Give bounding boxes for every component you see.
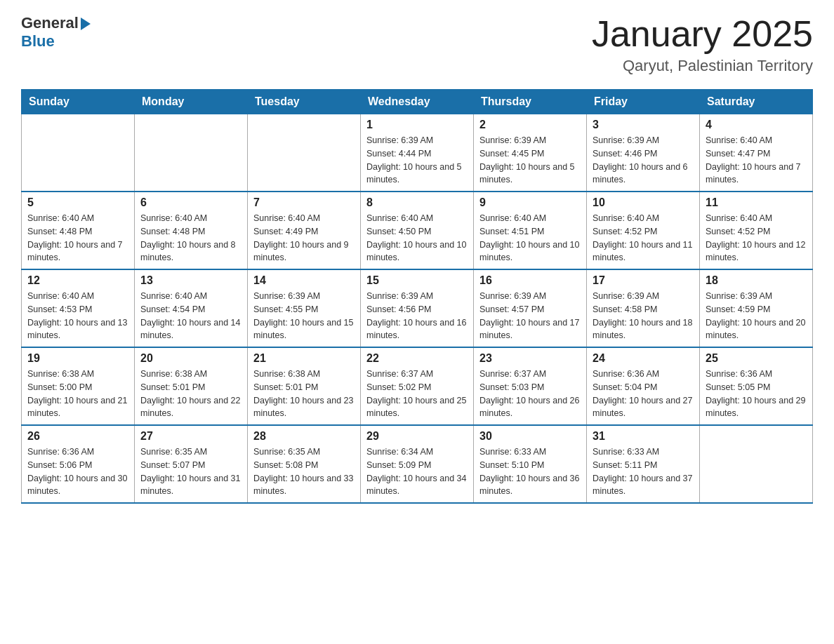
day-info: Sunrise: 6:39 AMSunset: 4:46 PMDaylight:… (593, 134, 694, 187)
calendar-week-2: 5Sunrise: 6:40 AMSunset: 4:48 PMDaylight… (22, 192, 813, 269)
day-of-week-thursday: Thursday (474, 90, 587, 114)
calendar-cell: 17Sunrise: 6:39 AMSunset: 4:58 PMDayligh… (587, 269, 700, 347)
day-number: 9 (479, 196, 581, 209)
calendar-cell: 14Sunrise: 6:39 AMSunset: 4:55 PMDayligh… (248, 269, 361, 347)
day-of-week-friday: Friday (587, 90, 700, 114)
calendar-cell: 8Sunrise: 6:40 AMSunset: 4:50 PMDaylight… (361, 192, 474, 269)
day-number: 7 (253, 196, 355, 209)
day-info: Sunrise: 6:39 AMSunset: 4:56 PMDaylight:… (366, 290, 468, 342)
calendar-week-3: 12Sunrise: 6:40 AMSunset: 4:53 PMDayligh… (22, 269, 813, 347)
day-info: Sunrise: 6:40 AMSunset: 4:47 PMDaylight:… (706, 134, 807, 187)
day-number: 27 (140, 430, 241, 443)
day-info: Sunrise: 6:39 AMSunset: 4:58 PMDaylight:… (593, 290, 694, 342)
calendar-cell: 22Sunrise: 6:37 AMSunset: 5:02 PMDayligh… (361, 347, 474, 425)
day-info: Sunrise: 6:39 AMSunset: 4:44 PMDaylight:… (366, 134, 468, 187)
calendar-cell: 19Sunrise: 6:38 AMSunset: 5:00 PMDayligh… (22, 347, 135, 425)
day-number: 21 (253, 352, 355, 365)
calendar-cell (248, 114, 361, 192)
day-number: 15 (366, 274, 468, 287)
day-info: Sunrise: 6:36 AMSunset: 5:04 PMDaylight:… (593, 368, 694, 420)
calendar-week-4: 19Sunrise: 6:38 AMSunset: 5:00 PMDayligh… (22, 347, 813, 425)
day-info: Sunrise: 6:33 AMSunset: 5:10 PMDaylight:… (479, 445, 581, 498)
day-info: Sunrise: 6:40 AMSunset: 4:53 PMDaylight:… (27, 290, 128, 342)
day-number: 29 (366, 430, 468, 443)
logo-triangle-icon (81, 18, 91, 30)
calendar-cell: 29Sunrise: 6:34 AMSunset: 5:09 PMDayligh… (361, 425, 474, 503)
day-number: 30 (479, 430, 581, 443)
title-block: January 2025 Qaryut, Palestinian Territo… (592, 14, 813, 75)
day-info: Sunrise: 6:40 AMSunset: 4:52 PMDaylight:… (593, 212, 694, 264)
logo-general: General (21, 14, 79, 32)
calendar-subtitle: Qaryut, Palestinian Territory (592, 57, 813, 75)
calendar-cell: 23Sunrise: 6:37 AMSunset: 5:03 PMDayligh… (474, 347, 587, 425)
day-number: 23 (479, 352, 581, 365)
day-info: Sunrise: 6:36 AMSunset: 5:06 PMDaylight:… (27, 445, 128, 498)
calendar-cell: 28Sunrise: 6:35 AMSunset: 5:08 PMDayligh… (248, 425, 361, 503)
day-number: 13 (140, 274, 241, 287)
day-info: Sunrise: 6:40 AMSunset: 4:54 PMDaylight:… (140, 290, 241, 342)
day-info: Sunrise: 6:39 AMSunset: 4:59 PMDaylight:… (706, 290, 807, 342)
calendar-cell: 3Sunrise: 6:39 AMSunset: 4:46 PMDaylight… (587, 114, 700, 192)
day-info: Sunrise: 6:37 AMSunset: 5:03 PMDaylight:… (479, 368, 581, 420)
day-number: 20 (140, 352, 241, 365)
day-of-week-saturday: Saturday (700, 90, 813, 114)
day-number: 25 (706, 352, 807, 365)
calendar-cell: 31Sunrise: 6:33 AMSunset: 5:11 PMDayligh… (587, 425, 700, 503)
calendar-cell: 4Sunrise: 6:40 AMSunset: 4:47 PMDaylight… (700, 114, 813, 192)
day-info: Sunrise: 6:38 AMSunset: 5:01 PMDaylight:… (140, 368, 241, 420)
day-number: 6 (140, 196, 241, 209)
day-info: Sunrise: 6:38 AMSunset: 5:01 PMDaylight:… (253, 368, 355, 420)
day-number: 26 (27, 430, 128, 443)
day-number: 18 (706, 274, 807, 287)
calendar-cell: 12Sunrise: 6:40 AMSunset: 4:53 PMDayligh… (22, 269, 135, 347)
day-number: 17 (593, 274, 694, 287)
day-info: Sunrise: 6:35 AMSunset: 5:08 PMDaylight:… (253, 445, 355, 498)
calendar-cell: 5Sunrise: 6:40 AMSunset: 4:48 PMDaylight… (22, 192, 135, 269)
day-info: Sunrise: 6:39 AMSunset: 4:57 PMDaylight:… (479, 290, 581, 342)
calendar-week-5: 26Sunrise: 6:36 AMSunset: 5:06 PMDayligh… (22, 425, 813, 503)
day-number: 28 (253, 430, 355, 443)
day-info: Sunrise: 6:38 AMSunset: 5:00 PMDaylight:… (27, 368, 128, 420)
calendar-body: 1Sunrise: 6:39 AMSunset: 4:44 PMDaylight… (22, 114, 813, 504)
day-number: 1 (366, 119, 468, 131)
calendar-cell: 15Sunrise: 6:39 AMSunset: 4:56 PMDayligh… (361, 269, 474, 347)
logo: General Blue (21, 14, 91, 51)
calendar-cell: 26Sunrise: 6:36 AMSunset: 5:06 PMDayligh… (22, 425, 135, 503)
day-info: Sunrise: 6:40 AMSunset: 4:49 PMDaylight:… (253, 212, 355, 264)
day-number: 19 (27, 352, 128, 365)
day-number: 5 (27, 196, 128, 209)
day-of-week-sunday: Sunday (22, 90, 135, 114)
calendar-cell (135, 114, 248, 192)
day-info: Sunrise: 6:33 AMSunset: 5:11 PMDaylight:… (593, 445, 694, 498)
day-number: 31 (593, 430, 694, 443)
day-number: 14 (253, 274, 355, 287)
day-number: 11 (706, 196, 807, 209)
calendar-week-1: 1Sunrise: 6:39 AMSunset: 4:44 PMDaylight… (22, 114, 813, 192)
calendar-cell: 16Sunrise: 6:39 AMSunset: 4:57 PMDayligh… (474, 269, 587, 347)
day-number: 2 (479, 119, 581, 131)
calendar-cell: 18Sunrise: 6:39 AMSunset: 4:59 PMDayligh… (700, 269, 813, 347)
calendar-cell: 10Sunrise: 6:40 AMSunset: 4:52 PMDayligh… (587, 192, 700, 269)
calendar-cell: 6Sunrise: 6:40 AMSunset: 4:48 PMDaylight… (135, 192, 248, 269)
day-info: Sunrise: 6:34 AMSunset: 5:09 PMDaylight:… (366, 445, 468, 498)
calendar-cell: 1Sunrise: 6:39 AMSunset: 4:44 PMDaylight… (361, 114, 474, 192)
day-info: Sunrise: 6:40 AMSunset: 4:50 PMDaylight:… (366, 212, 468, 264)
day-info: Sunrise: 6:40 AMSunset: 4:51 PMDaylight:… (479, 212, 581, 264)
day-info: Sunrise: 6:39 AMSunset: 4:45 PMDaylight:… (479, 134, 581, 187)
day-number: 8 (366, 196, 468, 209)
calendar-cell (22, 114, 135, 192)
day-number: 12 (27, 274, 128, 287)
days-of-week-row: SundayMondayTuesdayWednesdayThursdayFrid… (22, 90, 813, 114)
day-info: Sunrise: 6:36 AMSunset: 5:05 PMDaylight:… (706, 368, 807, 420)
day-info: Sunrise: 6:40 AMSunset: 4:48 PMDaylight:… (140, 212, 241, 264)
day-info: Sunrise: 6:40 AMSunset: 4:52 PMDaylight:… (706, 212, 807, 264)
day-number: 24 (593, 352, 694, 365)
calendar-cell: 30Sunrise: 6:33 AMSunset: 5:10 PMDayligh… (474, 425, 587, 503)
day-info: Sunrise: 6:35 AMSunset: 5:07 PMDaylight:… (140, 445, 241, 498)
day-of-week-tuesday: Tuesday (248, 90, 361, 114)
calendar-cell: 2Sunrise: 6:39 AMSunset: 4:45 PMDaylight… (474, 114, 587, 192)
logo-blue: Blue (21, 32, 55, 51)
day-info: Sunrise: 6:40 AMSunset: 4:48 PMDaylight:… (27, 212, 128, 264)
page-header: General Blue January 2025 Qaryut, Palest… (21, 14, 813, 75)
day-number: 3 (593, 119, 694, 131)
